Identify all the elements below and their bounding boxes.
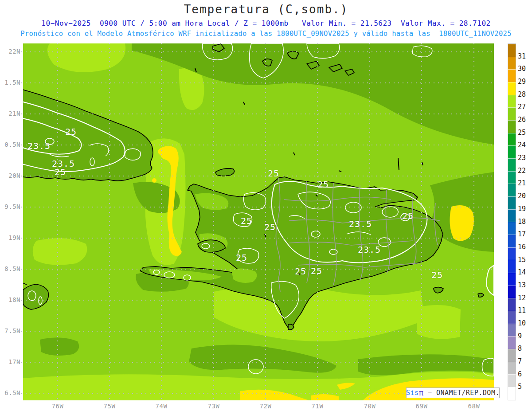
longitude-tick-label: 72W xyxy=(252,403,279,410)
longitude-tick-label: 70W xyxy=(356,403,383,410)
colorbar-tick-label: 18 xyxy=(518,218,532,226)
contour-value-label: 25 xyxy=(264,222,276,232)
colorbar-segment xyxy=(508,133,516,146)
contour-value-label: 25 xyxy=(241,215,252,226)
contour-value-label: 25 xyxy=(295,266,306,277)
colorbar-tick-label: 15 xyxy=(518,256,532,264)
colorbar-tick-label: 21 xyxy=(518,179,532,187)
colorbar-segment xyxy=(508,196,516,209)
contour-value-label: 25 xyxy=(311,266,322,276)
contour-value-label: 23.5 xyxy=(349,219,372,229)
latitude-tick-label: 8.5N xyxy=(0,265,20,272)
colorbar-segment xyxy=(508,120,516,133)
latitude-tick-label: 22N xyxy=(0,48,20,55)
colorbar-segment xyxy=(508,107,516,120)
colorbar-tick-label: 22 xyxy=(518,167,532,175)
colorbar-tick-label: 8 xyxy=(518,344,532,352)
contour-value-label: 25 xyxy=(402,211,414,221)
map-canvas: 2523.523.5252525252525252523.523.52525 xyxy=(17,43,494,403)
latitude-tick-label: 9.5N xyxy=(0,203,20,210)
subtitle-model-info: Pronóstico con el Modelo Atmosférico WRF… xyxy=(0,30,532,38)
longitude-tick-label: 73W xyxy=(200,403,227,410)
pi-logo-icon: π xyxy=(419,388,424,397)
contour-value-label: 25 xyxy=(317,179,329,190)
colorbar-segment xyxy=(508,57,516,70)
latitude-tick-label: 21N xyxy=(0,110,20,117)
colorbar-tick-label: 12 xyxy=(518,294,532,302)
colorbar-tick-label: 19 xyxy=(518,205,532,213)
colorbar-segment xyxy=(508,44,516,57)
map-fill-layers xyxy=(17,43,494,400)
colorbar-segment xyxy=(508,158,516,171)
latitude-tick-label: 7.5N xyxy=(0,327,20,334)
colorbar-segment xyxy=(508,298,516,311)
colorbar-tick-label: 23 xyxy=(518,154,532,162)
colorbar-tick-label: 31 xyxy=(518,52,532,60)
contour-value-label: 25 xyxy=(236,252,247,263)
colorbar-tick-label: 10 xyxy=(518,319,532,327)
colorbar-tick-label: 25 xyxy=(518,129,532,137)
colorbar-segment xyxy=(508,387,516,400)
page-title: Temperatura (C,somb.) xyxy=(0,3,532,16)
contour-value-label: 25 xyxy=(268,168,279,179)
latitude-tick-label: 18N xyxy=(0,296,20,303)
colorbar-segment xyxy=(508,82,516,95)
attribution-sis: Sis xyxy=(406,389,419,397)
colorbar-segment xyxy=(508,336,516,349)
colorbar-tick-label: 24 xyxy=(518,141,532,149)
weather-map-page: Temperatura (C,somb.) 10−Nov−2025 0900 U… xyxy=(0,0,532,411)
colorbar-tick-label: 28 xyxy=(518,90,532,98)
contour-value-label: 25 xyxy=(55,167,66,177)
contour-value-label: 23.5 xyxy=(358,244,381,255)
latitude-tick-label: 0.5N xyxy=(0,141,20,148)
colorbar-tick-label: 5 xyxy=(518,383,532,391)
temperature-contour-map xyxy=(17,43,494,403)
colorbar-segment xyxy=(508,349,516,362)
colorbar-segment xyxy=(508,362,516,375)
colorbar-segment xyxy=(508,311,516,324)
colorbar-segment xyxy=(508,69,516,82)
colorbar-segment xyxy=(508,222,516,235)
longitude-tick-label: 76W xyxy=(44,403,71,410)
colorbar-tick-label: 17 xyxy=(518,230,532,238)
colorbar-segment xyxy=(508,273,516,286)
colorbar-tick-label: 14 xyxy=(518,268,532,276)
colorbar-segment xyxy=(508,374,516,387)
colorbar-segment xyxy=(508,235,516,247)
latitude-tick-label: 1.5N xyxy=(0,79,20,86)
longitude-tick-label: 75W xyxy=(96,403,123,410)
latitude-tick-label: 6.5N xyxy=(0,389,20,396)
colorbar-tick-label: 11 xyxy=(518,306,532,314)
colorbar-segment xyxy=(508,95,516,108)
colorbar-segment xyxy=(508,286,516,298)
contour-value-label: 23.5 xyxy=(27,141,51,151)
attribution-badge: Sisπ − ONAMET/REP.DOM. xyxy=(406,388,500,398)
temperature-colorbar xyxy=(508,43,516,400)
colorbar-segment xyxy=(508,171,516,184)
contour-value-label: 25 xyxy=(431,270,443,280)
colorbar-tick-label: 9 xyxy=(518,332,532,340)
latitude-tick-label: 17N xyxy=(0,358,20,365)
colorbar-tick-label: 6 xyxy=(518,370,532,378)
colorbar-segment xyxy=(508,145,516,158)
longitude-tick-label: 74W xyxy=(148,403,175,410)
contour-value-label: 25 xyxy=(65,126,77,137)
colorbar-segment xyxy=(508,209,516,222)
colorbar-tick-label: 27 xyxy=(518,103,532,111)
longitude-tick-label: 71W xyxy=(304,403,331,410)
colorbar-tick-label: 20 xyxy=(518,192,532,200)
attribution-onamet: − ONAMET/REP.DOM. xyxy=(423,389,500,397)
colorbar-tick-label: 29 xyxy=(518,78,532,86)
colorbar-tick-label: 26 xyxy=(518,116,532,124)
colorbar-tick-label: 13 xyxy=(518,281,532,289)
colorbar-tick-label: 16 xyxy=(518,243,532,251)
colorbar-segment xyxy=(508,247,516,260)
colorbar-segment xyxy=(508,324,516,337)
colorbar-segment xyxy=(508,260,516,273)
colorbar-tick-label: 30 xyxy=(518,65,532,73)
colorbar-tick-label: 7 xyxy=(518,357,532,365)
longitude-tick-label: 69W xyxy=(408,403,435,410)
longitude-tick-label: 68W xyxy=(461,403,487,410)
latitude-tick-label: 19N xyxy=(0,234,20,241)
colorbar-segment xyxy=(508,184,516,196)
